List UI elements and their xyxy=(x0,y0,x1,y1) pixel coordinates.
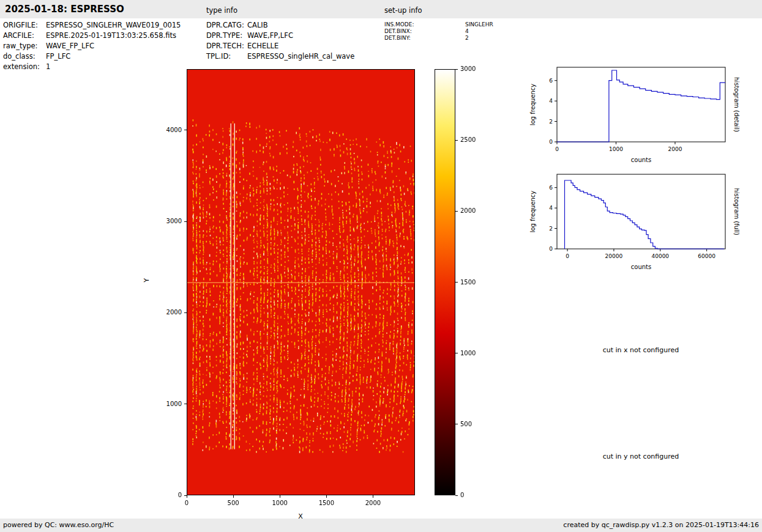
svg-text:4: 4 xyxy=(549,98,553,104)
svg-text:2: 2 xyxy=(549,226,553,232)
svg-text:20000: 20000 xyxy=(605,253,623,259)
metadata-label: extension: xyxy=(3,62,46,72)
x-tick-label: 0 xyxy=(174,499,199,508)
metadata-label: do_class: xyxy=(3,51,46,62)
histogram-full: 02000040000600000246countslog frequencyh… xyxy=(526,167,762,286)
colorbar-tick-mark xyxy=(455,69,458,70)
footer-bar: powered by QC: www.eso.org/HC created by… xyxy=(0,519,762,532)
footer-right-text: created by qc_rawdisp.py v1.2.3 on 2025-… xyxy=(563,521,759,529)
metadata-row: DET.BINX:4 xyxy=(384,28,493,35)
histogram-detail: 0100020000246countslog frequencyhistogra… xyxy=(526,60,762,179)
metadata-value: FP_LFC xyxy=(46,52,70,61)
svg-text:6: 6 xyxy=(549,185,553,191)
colorbar-gradient xyxy=(435,70,455,495)
colorbar xyxy=(435,69,455,495)
svg-text:4: 4 xyxy=(549,205,553,211)
metadata-label: ARCFILE: xyxy=(3,31,46,41)
metadata-value: 4 xyxy=(465,28,469,34)
raw-image-canvas xyxy=(187,70,414,495)
metadata-row: do_class:FP_LFC xyxy=(3,51,181,62)
header-bar: 2025-01-18: ESPRESSO type info set-up in… xyxy=(0,0,762,18)
svg-text:log frequency: log frequency xyxy=(529,191,536,233)
metadata-label: DPR.TYPE: xyxy=(206,31,247,41)
metadata-row: TPL.ID:ESPRESSO_singleHR_cal_wave xyxy=(206,51,354,62)
metadata-label: DET.BINY: xyxy=(384,35,465,42)
footer-left-text: powered by QC: www.eso.org/HC xyxy=(3,521,114,529)
metadata-label: DET.BINX: xyxy=(384,28,465,35)
svg-text:2000: 2000 xyxy=(668,146,682,152)
colorbar-tick-label: 2000 xyxy=(460,207,485,215)
metadata-value: ESPRESSO_singleHR_cal_wave xyxy=(247,52,354,61)
svg-text:histogram (detail): histogram (detail) xyxy=(733,77,740,132)
colorbar-tick-mark xyxy=(455,282,458,283)
x-tick-mark xyxy=(233,495,234,498)
cut-x-message: cut in x not configured xyxy=(561,346,720,354)
y-tick-label: 0 xyxy=(157,491,182,500)
metadata-row: raw_type:WAVE_FP_LFC xyxy=(3,41,181,51)
metadata-row: INS.MODE:SINGLEHR xyxy=(384,21,493,28)
y-axis-label: Y xyxy=(143,278,151,283)
x-tick-label: 500 xyxy=(221,499,245,508)
y-tick-label: 4000 xyxy=(157,126,182,135)
cut-y-message: cut in y not configured xyxy=(561,453,720,460)
svg-text:counts: counts xyxy=(631,157,651,163)
metadata-label: DPR.CATG: xyxy=(206,20,247,31)
svg-text:log frequency: log frequency xyxy=(529,84,536,126)
colorbar-tick-label: 1000 xyxy=(460,349,485,358)
y-tick-mark xyxy=(184,404,187,404)
colorbar-tick-mark xyxy=(455,495,458,496)
svg-text:2: 2 xyxy=(549,119,553,125)
colorbar-tick-label: 3000 xyxy=(460,65,485,73)
svg-text:40000: 40000 xyxy=(651,253,669,259)
metadata-label: raw_type: xyxy=(3,41,46,51)
type-info-block: DPR.CATG:CALIB DPR.TYPE:WAVE,FP,LFC DPR.… xyxy=(206,20,354,62)
x-tick-mark xyxy=(187,495,187,498)
svg-text:counts: counts xyxy=(631,264,651,270)
file-info-block: ORIGFILE:ESPRESSO_SINGLEHR_WAVE019_0015 … xyxy=(3,20,181,72)
y-tick-label: 3000 xyxy=(157,217,182,226)
histogram_full-svg: 02000040000600000246countslog frequencyh… xyxy=(526,167,762,286)
qc-rawdisp-page: 2025-01-18: ESPRESSO type info set-up in… xyxy=(0,0,762,532)
svg-text:histogram (full): histogram (full) xyxy=(733,188,740,235)
metadata-value: 1 xyxy=(46,62,50,71)
metadata-value: ECHELLE xyxy=(247,42,278,50)
y-tick-label: 1000 xyxy=(157,400,182,408)
colorbar-tick-mark xyxy=(455,424,458,424)
colorbar-tick-mark xyxy=(455,211,458,212)
x-tick-label: 1000 xyxy=(267,499,292,508)
metadata-value: ESPRE.2025-01-19T13:03:25.658.fits xyxy=(46,31,176,40)
metadata-row: DPR.TYPE:WAVE,FP,LFC xyxy=(206,31,354,41)
svg-text:0: 0 xyxy=(555,146,559,152)
metadata-label: INS.MODE: xyxy=(384,21,465,28)
y-tick-mark xyxy=(184,495,187,496)
metadata-value: WAVE_FP_LFC xyxy=(46,42,94,50)
metadata-label: TPL.ID: xyxy=(206,51,247,62)
raw-image-plot xyxy=(187,69,415,495)
x-tick-label: 1500 xyxy=(314,499,338,508)
colorbar-tick-label: 500 xyxy=(460,420,485,429)
x-tick-mark xyxy=(326,495,327,498)
svg-text:6: 6 xyxy=(549,78,553,84)
setup-info-heading: set-up info xyxy=(384,6,422,15)
metadata-row: DET.BINY:2 xyxy=(384,35,493,42)
x-tick-mark xyxy=(280,495,280,498)
colorbar-tick-mark xyxy=(455,353,458,353)
type-info-heading: type info xyxy=(206,6,237,15)
metadata-row: ORIGFILE:ESPRESSO_SINGLEHR_WAVE019_0015 xyxy=(3,20,181,31)
y-tick-mark xyxy=(184,130,187,130)
metadata-value: SINGLEHR xyxy=(465,21,493,28)
metadata-value: WAVE,FP,LFC xyxy=(247,31,293,40)
x-tick-mark xyxy=(373,495,373,498)
y-tick-label: 2000 xyxy=(157,308,182,317)
metadata-row: ARCFILE:ESPRE.2025-01-19T13:03:25.658.fi… xyxy=(3,31,181,41)
svg-text:1000: 1000 xyxy=(609,146,623,152)
colorbar-tick-mark xyxy=(455,140,458,141)
setup-info-block: INS.MODE:SINGLEHR DET.BINX:4 DET.BINY:2 xyxy=(384,21,493,42)
page-title: 2025-01-18: ESPRESSO xyxy=(5,4,124,15)
x-tick-label: 2000 xyxy=(360,499,385,508)
colorbar-tick-label: 0 xyxy=(460,491,485,500)
metadata-label: DPR.TECH: xyxy=(206,41,247,51)
svg-text:0: 0 xyxy=(566,253,569,259)
histogram_detail-svg: 0100020000246countslog frequencyhistogra… xyxy=(526,60,762,179)
svg-text:0: 0 xyxy=(549,246,553,252)
